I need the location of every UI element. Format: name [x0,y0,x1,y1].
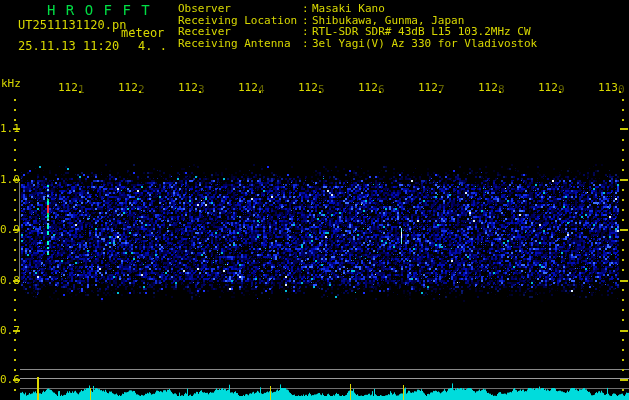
x-axis-tick-label: 1129 [538,81,565,94]
x-axis-tick-label: 1126 [358,81,385,94]
x-axis-tick-label: 1122 [118,81,145,94]
x-axis-tick-label: 1130 [598,81,625,94]
metadata-row: Observer:Masaki Kano [178,3,537,15]
y-axis-tick-label: 0.6 [0,373,16,386]
x-axis-tick-label: 1124 [238,81,265,94]
metadata-colon: : [302,3,312,15]
y-axis-tick-label: 1.0 [0,173,16,186]
metadata-row: Receiving Antenna:3el Yagi(V) Az 330 for… [178,38,537,50]
station-metadata: Observer:Masaki KanoReceiving Location:S… [178,3,537,49]
x-axis-tick-label: 1127 [418,81,445,94]
datetime-label: 25.11.13 11:20 [18,39,119,53]
x-axis-tick-label: 1121 [58,81,85,94]
metadata-label: Observer [178,3,302,15]
app-title: H R O F F T [47,2,151,18]
x-axis-tick-label: 1125 [298,81,325,94]
y-axis-tick-label: 1.1 [0,122,16,135]
y-axis-unit-label: kHz [1,77,21,90]
metadata-colon: : [302,38,312,50]
x-axis-tick-label: 1123 [178,81,205,94]
counter-label: 4. . [138,39,167,53]
y-axis-tick-label: 0.9 [0,223,16,236]
metadata-value: 3el Yagi(V) Az 330 for Vladivostok [312,38,537,50]
y-axis-tick-label: 0.7 [0,324,16,337]
metadata-value: Masaki Kano [312,3,385,15]
metadata-label: Receiving Antenna [178,38,302,50]
mode-label: meteor [121,26,164,40]
hrofft-window: H R O F F T UT2511131120.pn .. meteor 25… [0,0,629,400]
capture-filename: UT2511131120.pn [18,18,126,32]
x-axis-tick-label: 1128 [478,81,505,94]
spectrogram-canvas [0,0,629,400]
y-axis-tick-label: 0.8 [0,274,16,287]
